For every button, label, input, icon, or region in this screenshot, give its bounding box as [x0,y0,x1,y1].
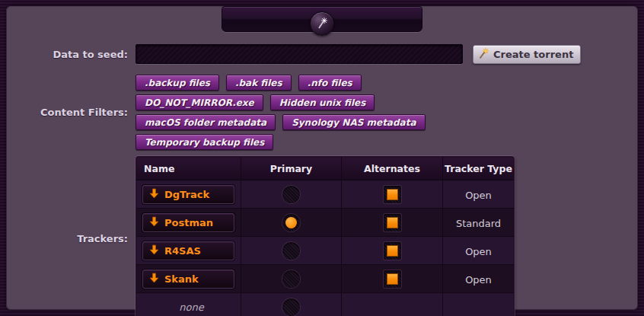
alternates-checkbox[interactable] [384,186,401,203]
filter-chip[interactable]: Synology NAS metadata [282,114,425,130]
column-header-alternates: Alternates [342,157,443,180]
tracker-link-dgtrack[interactable]: DgTrack [142,185,234,204]
primary-radio[interactable] [282,242,300,260]
tracker-row-skank: Skank Open [136,265,515,293]
trackers-label: Trackers: [6,233,135,244]
tracker-name: DgTrack [164,189,209,200]
tracker-row-postman: Postman Standard [136,209,515,237]
tracker-link-r4sas[interactable]: R4SAS [142,241,234,260]
filter-chip[interactable]: .bak files [226,75,292,91]
trackers-row: Trackers: Name Primary Alternates Tracke… [6,156,638,316]
tracker-name: R4SAS [164,245,201,257]
data-to-seed-label: Data to seed: [6,49,135,60]
alternates-checkbox[interactable] [384,214,401,231]
data-to-seed-row: Data to seed: Create torre [6,44,638,64]
tracker-row-none: none [136,293,515,316]
tracker-link-postman[interactable]: Postman [142,213,234,232]
primary-radio-none[interactable] [282,298,300,316]
filter-chip[interactable]: macOS folder metadata [135,114,276,130]
down-arrow-icon [149,216,159,229]
content-filters-row: Content Filters: .backup files .bak file… [6,75,638,150]
create-torrent-panel: Data to seed: Create torre [6,6,638,310]
section-collapse-bar [222,6,422,32]
primary-radio[interactable] [282,214,300,231]
down-arrow-icon [149,188,159,201]
column-header-name: Name [136,157,241,180]
filter-chip[interactable]: Hidden unix files [270,94,375,110]
filter-chip[interactable]: .backup files [135,75,219,91]
tracker-type: Standard [456,218,501,229]
create-torrent-button[interactable]: Create torrent [473,45,581,64]
create-torrent-toggle-button[interactable] [310,11,334,36]
content-filter-chips: .backup files .bak files .nfo files DO_N… [135,75,493,150]
tracker-type: Open [465,190,492,201]
tracker-row-dgtrack: DgTrack Open [136,180,515,209]
content-filters-label: Content Filters: [6,107,135,118]
tracker-name: Skank [164,273,199,285]
column-header-primary: Primary [241,157,342,180]
tracker-row-r4sas: R4SAS Open [136,237,515,265]
magic-wand-icon [478,47,490,62]
trackers-header-row: Name Primary Alternates Tracker Type [136,157,515,180]
primary-radio[interactable] [282,186,300,203]
down-arrow-icon [149,273,159,286]
tracker-type: Open [465,246,492,257]
trackers-table: Name Primary Alternates Tracker Type [135,156,515,316]
filter-chip[interactable]: Temporary backup files [135,134,273,150]
alternates-checkbox[interactable] [384,242,401,260]
tracker-none-label: none [142,302,241,313]
create-torrent-button-label: Create torrent [493,49,573,60]
down-arrow-icon [149,244,159,257]
filter-chip[interactable]: DO_NOT_MIRROR.exe [135,94,263,110]
data-to-seed-input[interactable] [135,44,463,64]
filter-chip[interactable]: .nfo files [298,75,362,91]
alternates-checkbox[interactable] [384,270,401,288]
tracker-name: Postman [164,217,213,228]
column-header-tracker-type: Tracker Type [443,157,515,180]
tracker-type: Open [465,274,492,286]
primary-radio[interactable] [282,270,300,288]
tracker-link-skank[interactable]: Skank [142,270,234,289]
